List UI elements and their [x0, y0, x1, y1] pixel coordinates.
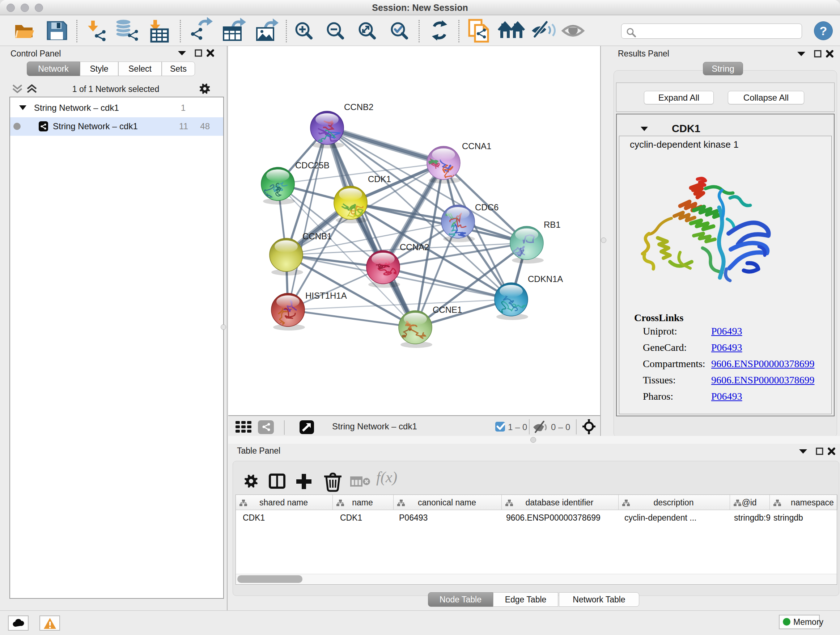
svg-text:CDK1: CDK1 [368, 174, 391, 184]
svg-text:CDC6: CDC6 [475, 203, 499, 212]
svg-text:CCNB1: CCNB1 [302, 231, 332, 241]
svg-text:CCNA1: CCNA1 [462, 141, 491, 151]
svg-text:HIST1H1A: HIST1H1A [305, 291, 347, 301]
svg-text:CCNB2: CCNB2 [344, 102, 373, 112]
svg-text:CDC25B: CDC25B [295, 160, 330, 170]
svg-text:CDKN1A: CDKN1A [528, 274, 563, 284]
svg-text:0 – 0: 0 – 0 [551, 422, 570, 432]
svg-text:CCNA2: CCNA2 [400, 242, 429, 252]
svg-text:RB1: RB1 [544, 220, 561, 230]
svg-text:1 – 0: 1 – 0 [508, 422, 527, 432]
svg-text:CCNE1: CCNE1 [433, 305, 462, 315]
